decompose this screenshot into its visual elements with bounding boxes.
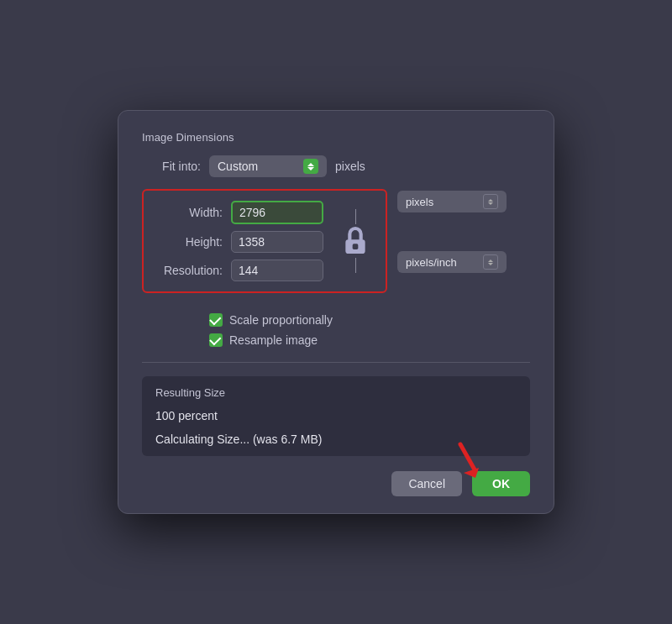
resample-image-checkbox[interactable]: [209, 333, 223, 347]
checkbox-area: Scale proportionally Resample image: [142, 313, 530, 347]
height-input[interactable]: [231, 231, 323, 253]
scale-proportionally-row[interactable]: Scale proportionally: [209, 313, 530, 327]
scale-proportionally-label: Scale proportionally: [229, 313, 333, 327]
arrow-container: [452, 441, 484, 481]
dimensions-area: Width: Height: Resolution:: [142, 189, 530, 303]
svg-rect-1: [353, 244, 359, 249]
svg-line-2: [460, 444, 475, 471]
divider: [142, 362, 530, 363]
fit-into-label: Fit into:: [150, 160, 201, 173]
ok-arrow-icon: [452, 441, 484, 478]
image-dimensions-title: Image Dimensions: [142, 131, 530, 144]
pixels-suffix: pixels: [335, 160, 365, 173]
resulting-size-title: Resulting Size: [155, 386, 517, 399]
height-label: Height:: [155, 235, 223, 249]
image-dimensions-dialog: Image Dimensions Fit into: Custom pixels…: [118, 110, 554, 514]
resolution-input[interactable]: [231, 260, 323, 281]
fit-into-value: Custom: [218, 160, 258, 173]
resample-image-label: Resample image: [229, 333, 318, 347]
scale-proportionally-checkbox[interactable]: [209, 313, 223, 327]
fit-into-row: Fit into: Custom pixels: [142, 155, 530, 177]
result-percent: 100 percent: [155, 409, 517, 422]
resample-image-row[interactable]: Resample image: [209, 333, 530, 347]
unit-pixels-text: pixels: [406, 196, 433, 208]
fit-into-chevron-icon: [303, 159, 318, 174]
unit-pixels-chevron-icon: [483, 194, 498, 209]
pixels-inch-unit-select[interactable]: pixels/inch: [397, 251, 507, 273]
width-label: Width:: [155, 206, 223, 219]
dims-fields: Width: Height: Resolution:: [155, 201, 323, 281]
unit-pixels-inch-text: pixels/inch: [406, 256, 457, 269]
lock-svg: [340, 224, 370, 258]
lock-icon[interactable]: [340, 209, 370, 273]
lock-area: [337, 201, 374, 281]
resolution-label: Resolution:: [155, 264, 223, 277]
width-row: Width:: [155, 201, 323, 224]
svg-marker-3: [464, 468, 479, 478]
fit-into-select[interactable]: Custom: [209, 155, 327, 177]
height-row: Height:: [155, 231, 323, 253]
unit-selects-col: pixels pixels/inch: [397, 189, 507, 273]
pixels-unit-select[interactable]: pixels: [397, 191, 507, 212]
width-input[interactable]: [231, 201, 323, 224]
lock-line-top: [355, 209, 356, 224]
unit-spacer: [397, 219, 507, 244]
unit-pixels-inch-chevron-icon: [483, 254, 498, 270]
dimensions-box: Width: Height: Resolution:: [142, 189, 387, 293]
lock-line-bottom: [355, 258, 356, 273]
buttons-row: Cancel OK: [142, 471, 530, 496]
resolution-row: Resolution:: [155, 260, 323, 281]
